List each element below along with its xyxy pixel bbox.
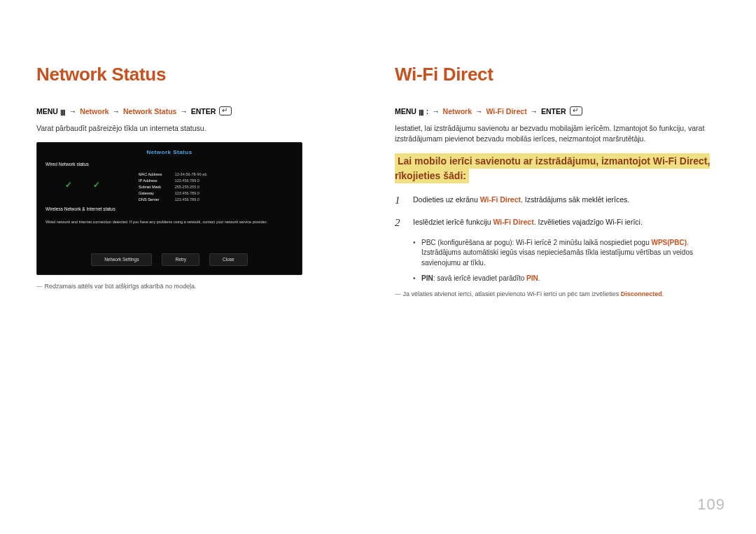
heading-wifi-direct: Wi-Fi Direct <box>395 62 721 88</box>
step-number: 1 <box>395 193 405 209</box>
step-text: Ieslēdziet ierīcē funkciju Wi-Fi Direct.… <box>413 216 643 231</box>
shot-value: 123.456.789.0 <box>175 197 207 203</box>
menu-seg-network: Network <box>80 107 108 115</box>
shot-message: Wired network and Internet connection de… <box>46 220 293 225</box>
shot-subhead: Wired Network status <box>46 161 89 167</box>
shot-btn-retry: Retry <box>162 253 200 265</box>
left-column: Network Status MENU Ⅲ Network Network St… <box>36 62 363 299</box>
shot-info: MAC Address IP Address Subnet Mask Gatew… <box>139 172 293 203</box>
menu-seg-enter: ENTER <box>191 107 216 115</box>
menu-seg-network: Network <box>443 107 472 115</box>
shot-label: MAC Address <box>139 172 162 178</box>
caption-left: Redzamais attēls var būt atšķirīgs atkar… <box>36 282 363 291</box>
menu-path-right: MENU Ⅲ : Network Wi-Fi Direct ENTER <box>395 106 721 119</box>
step-1: 1 Dodieties uz ekrānu Wi-Fi Direct. Izst… <box>395 193 721 209</box>
arrow-icon <box>474 107 484 115</box>
menu-icon: Ⅲ <box>60 108 66 119</box>
arrow-icon <box>68 107 78 115</box>
footnote-right: Ja vēlaties atvienot ierīci, atlasiet pi… <box>395 290 721 299</box>
shot-title: Network Status <box>37 148 302 157</box>
menu-seg-network-status: Network Status <box>123 107 176 115</box>
enter-icon <box>570 106 582 115</box>
shot-ticks: ✓ ✓ <box>65 179 100 191</box>
arrow-icon <box>178 107 189 115</box>
shot-subhead2: Wireless Network & Internet status <box>46 206 115 212</box>
shot-footer-buttons: Network Settings Retry Close <box>37 253 302 265</box>
shot-label: Subnet Mask <box>139 185 162 190</box>
steps-list: 1 Dodieties uz ekrānu Wi-Fi Direct. Izst… <box>395 193 721 231</box>
shot-btn-network-settings: Network Settings <box>91 253 152 265</box>
sub-bullets: PBC (konfigurēšana ar pogu): Wi-Fi ierīc… <box>413 238 721 284</box>
shot-value: 123.456.789.0 <box>175 191 207 197</box>
page-number: 109 <box>697 493 725 516</box>
enter-icon <box>219 106 232 115</box>
bullet-pin: PIN: savā ierīcē ievadiet parādīto PIN. <box>413 274 721 284</box>
shot-value: 255.255.255.0 <box>175 185 207 190</box>
shot-value: 12-34-56-78-90-ab <box>175 172 207 178</box>
menu-seg-wifi-direct: Wi-Fi Direct <box>486 107 526 115</box>
check-icon: ✓ <box>65 179 72 191</box>
menu-label: MENU <box>36 107 58 115</box>
body-text-left: Varat pārbaudīt pašreizējo tīkla un inte… <box>36 123 363 134</box>
shot-btn-close: Close <box>209 253 248 265</box>
check-icon: ✓ <box>93 179 100 191</box>
body-text-right: Iestatiet, lai izstrādājumu savienotu ar… <box>395 123 721 144</box>
step-number: 2 <box>395 216 405 231</box>
shot-label: DNS Server <box>139 197 162 203</box>
shot-label: Gateway <box>139 191 162 197</box>
menu-label: MENU <box>395 107 416 115</box>
arrow-icon <box>430 107 441 115</box>
menu-icon: Ⅲ <box>419 108 424 119</box>
shot-label: IP Address <box>139 178 162 184</box>
heading-network-status: Network Status <box>36 62 363 88</box>
menu-path-left: MENU Ⅲ Network Network Status ENTER <box>36 106 363 119</box>
highlighted-instruction: Lai mobilo ierīci savienotu ar izstrādāj… <box>395 153 710 183</box>
screenshot-network-status: Network Status Wired Network status ✓ ✓ … <box>36 142 302 275</box>
right-column: Wi-Fi Direct MENU Ⅲ : Network Wi-Fi Dire… <box>395 62 721 299</box>
arrow-icon <box>111 107 122 115</box>
arrow-icon <box>529 107 540 115</box>
step-text: Dodieties uz ekrānu Wi-Fi Direct. Izstrā… <box>413 193 629 209</box>
bullet-pbc: PBC (konfigurēšana ar pogu): Wi-Fi ierīc… <box>413 238 721 269</box>
menu-seg-enter: ENTER <box>541 107 566 115</box>
step-2: 2 Ieslēdziet ierīcē funkciju Wi-Fi Direc… <box>395 216 721 231</box>
highlight-block: Lai mobilo ierīci savienotu ar izstrādāj… <box>395 154 721 183</box>
shot-value: 123.456.789.0 <box>175 178 207 184</box>
